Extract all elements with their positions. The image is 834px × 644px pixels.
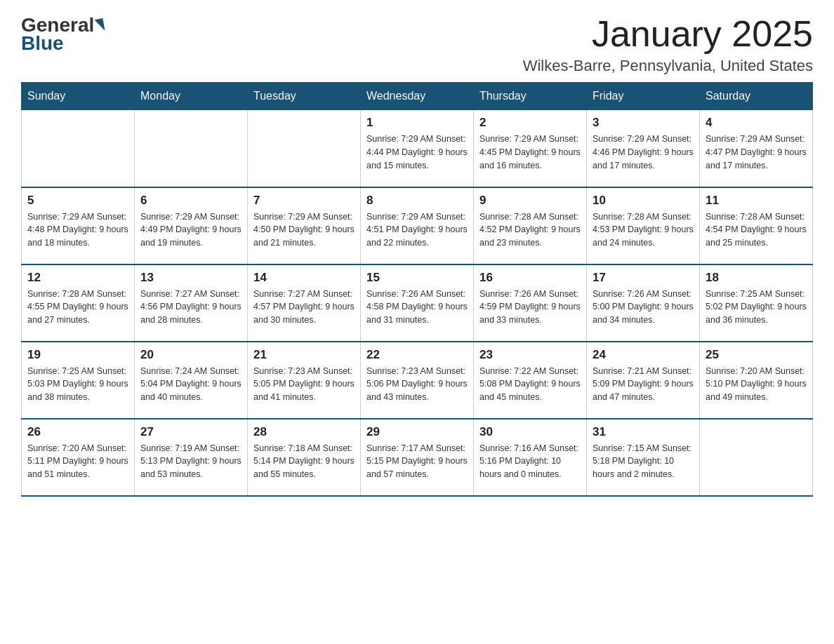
day-number: 13 — [140, 271, 241, 285]
calendar-day-cell: 1Sunrise: 7:29 AM Sunset: 4:44 PM Daylig… — [361, 110, 474, 187]
calendar-day-cell: 23Sunrise: 7:22 AM Sunset: 5:08 PM Dayli… — [474, 342, 587, 419]
title-block: January 2025 Wilkes-Barre, Pennsylvania,… — [523, 14, 813, 75]
day-number: 21 — [253, 348, 355, 362]
day-info: Sunrise: 7:26 AM Sunset: 4:58 PM Dayligh… — [366, 288, 468, 327]
calendar-day-cell: 6Sunrise: 7:29 AM Sunset: 4:49 PM Daylig… — [135, 187, 248, 264]
day-info: Sunrise: 7:29 AM Sunset: 4:51 PM Dayligh… — [366, 210, 468, 250]
day-number: 4 — [706, 116, 807, 130]
page-header: General Blue January 2025 Wilkes-Barre, … — [21, 14, 813, 75]
calendar-day-cell — [700, 419, 813, 496]
calendar-day-cell: 21Sunrise: 7:23 AM Sunset: 5:05 PM Dayli… — [248, 342, 361, 419]
day-number: 26 — [27, 425, 128, 439]
calendar-day-cell: 29Sunrise: 7:17 AM Sunset: 5:15 PM Dayli… — [361, 419, 474, 496]
calendar-week-row: 12Sunrise: 7:28 AM Sunset: 4:55 PM Dayli… — [22, 264, 813, 342]
day-number: 28 — [253, 425, 355, 439]
day-info: Sunrise: 7:17 AM Sunset: 5:15 PM Dayligh… — [366, 442, 468, 481]
day-info: Sunrise: 7:25 AM Sunset: 5:02 PM Dayligh… — [706, 288, 807, 327]
day-number: 16 — [479, 271, 581, 285]
day-of-week-header: Monday — [135, 83, 248, 110]
day-number: 23 — [479, 348, 581, 362]
day-info: Sunrise: 7:24 AM Sunset: 5:04 PM Dayligh… — [140, 365, 241, 404]
day-info: Sunrise: 7:18 AM Sunset: 5:14 PM Dayligh… — [253, 442, 355, 481]
calendar-day-cell: 14Sunrise: 7:27 AM Sunset: 4:57 PM Dayli… — [248, 264, 361, 342]
calendar-day-cell: 25Sunrise: 7:20 AM Sunset: 5:10 PM Dayli… — [700, 342, 813, 419]
day-number: 14 — [253, 271, 355, 285]
calendar-day-cell: 30Sunrise: 7:16 AM Sunset: 5:16 PM Dayli… — [474, 419, 587, 496]
day-info: Sunrise: 7:23 AM Sunset: 5:05 PM Dayligh… — [253, 365, 355, 404]
calendar-day-cell: 2Sunrise: 7:29 AM Sunset: 4:45 PM Daylig… — [474, 110, 587, 187]
calendar-day-cell: 16Sunrise: 7:26 AM Sunset: 4:59 PM Dayli… — [474, 264, 587, 342]
day-info: Sunrise: 7:29 AM Sunset: 4:46 PM Dayligh… — [593, 133, 694, 172]
day-number: 6 — [140, 194, 241, 208]
day-info: Sunrise: 7:16 AM Sunset: 5:16 PM Dayligh… — [479, 442, 581, 481]
day-info: Sunrise: 7:15 AM Sunset: 5:18 PM Dayligh… — [593, 442, 694, 481]
day-info: Sunrise: 7:23 AM Sunset: 5:06 PM Dayligh… — [366, 365, 468, 404]
calendar-day-cell: 18Sunrise: 7:25 AM Sunset: 5:02 PM Dayli… — [700, 264, 813, 342]
day-number: 5 — [27, 194, 128, 208]
day-number: 12 — [27, 271, 128, 285]
calendar-day-cell: 17Sunrise: 7:26 AM Sunset: 5:00 PM Dayli… — [587, 264, 700, 342]
calendar-week-row: 1Sunrise: 7:29 AM Sunset: 4:44 PM Daylig… — [22, 110, 813, 187]
day-info: Sunrise: 7:20 AM Sunset: 5:11 PM Dayligh… — [27, 442, 128, 481]
calendar-table: SundayMondayTuesdayWednesdayThursdayFrid… — [21, 82, 813, 497]
day-number: 7 — [253, 194, 355, 208]
day-info: Sunrise: 7:28 AM Sunset: 4:54 PM Dayligh… — [706, 210, 807, 250]
day-info: Sunrise: 7:29 AM Sunset: 4:44 PM Dayligh… — [366, 133, 468, 172]
month-title: January 2025 — [523, 14, 813, 54]
day-info: Sunrise: 7:27 AM Sunset: 4:56 PM Dayligh… — [140, 288, 241, 327]
day-number: 22 — [366, 348, 468, 362]
day-info: Sunrise: 7:19 AM Sunset: 5:13 PM Dayligh… — [140, 442, 241, 481]
calendar-week-row: 26Sunrise: 7:20 AM Sunset: 5:11 PM Dayli… — [22, 419, 813, 496]
logo-blue-text: Blue — [21, 32, 64, 55]
day-number: 17 — [593, 271, 694, 285]
calendar-day-cell: 11Sunrise: 7:28 AM Sunset: 4:54 PM Dayli… — [700, 187, 813, 264]
day-info: Sunrise: 7:27 AM Sunset: 4:57 PM Dayligh… — [253, 288, 355, 327]
logo: General Blue — [21, 14, 104, 55]
day-number: 9 — [479, 194, 581, 208]
calendar-day-cell: 10Sunrise: 7:28 AM Sunset: 4:53 PM Dayli… — [587, 187, 700, 264]
day-of-week-header: Thursday — [474, 83, 587, 110]
day-number: 31 — [593, 425, 694, 439]
day-info: Sunrise: 7:28 AM Sunset: 4:53 PM Dayligh… — [593, 210, 694, 250]
day-of-week-header: Wednesday — [361, 83, 474, 110]
calendar-day-cell — [135, 110, 248, 187]
day-info: Sunrise: 7:29 AM Sunset: 4:50 PM Dayligh… — [253, 210, 355, 250]
day-info: Sunrise: 7:28 AM Sunset: 4:55 PM Dayligh… — [27, 288, 128, 327]
day-of-week-header: Tuesday — [248, 83, 361, 110]
calendar-day-cell: 26Sunrise: 7:20 AM Sunset: 5:11 PM Dayli… — [22, 419, 135, 496]
calendar-week-row: 5Sunrise: 7:29 AM Sunset: 4:48 PM Daylig… — [22, 187, 813, 264]
day-of-week-header: Sunday — [22, 83, 135, 110]
calendar-day-cell: 24Sunrise: 7:21 AM Sunset: 5:09 PM Dayli… — [587, 342, 700, 419]
calendar-day-cell — [22, 110, 135, 187]
logo-arrow-icon — [95, 18, 105, 32]
day-number: 3 — [593, 116, 694, 130]
calendar-day-cell: 28Sunrise: 7:18 AM Sunset: 5:14 PM Dayli… — [248, 419, 361, 496]
calendar-day-cell: 15Sunrise: 7:26 AM Sunset: 4:58 PM Dayli… — [361, 264, 474, 342]
day-info: Sunrise: 7:28 AM Sunset: 4:52 PM Dayligh… — [479, 210, 581, 250]
day-info: Sunrise: 7:26 AM Sunset: 4:59 PM Dayligh… — [479, 288, 581, 327]
day-number: 20 — [140, 348, 241, 362]
calendar-day-cell: 8Sunrise: 7:29 AM Sunset: 4:51 PM Daylig… — [361, 187, 474, 264]
calendar-day-cell: 9Sunrise: 7:28 AM Sunset: 4:52 PM Daylig… — [474, 187, 587, 264]
location-title: Wilkes-Barre, Pennsylvania, United State… — [523, 57, 813, 75]
day-number: 2 — [479, 116, 581, 130]
day-of-week-header: Friday — [587, 83, 700, 110]
calendar-day-cell: 27Sunrise: 7:19 AM Sunset: 5:13 PM Dayli… — [135, 419, 248, 496]
day-of-week-header: Saturday — [700, 83, 813, 110]
calendar-day-cell: 12Sunrise: 7:28 AM Sunset: 4:55 PM Dayli… — [22, 264, 135, 342]
day-number: 8 — [366, 194, 468, 208]
day-number: 18 — [706, 271, 807, 285]
day-number: 19 — [27, 348, 128, 362]
day-number: 15 — [366, 271, 468, 285]
calendar-day-cell: 20Sunrise: 7:24 AM Sunset: 5:04 PM Dayli… — [135, 342, 248, 419]
day-info: Sunrise: 7:29 AM Sunset: 4:49 PM Dayligh… — [140, 210, 241, 250]
calendar-day-cell: 7Sunrise: 7:29 AM Sunset: 4:50 PM Daylig… — [248, 187, 361, 264]
day-info: Sunrise: 7:20 AM Sunset: 5:10 PM Dayligh… — [706, 365, 807, 404]
day-info: Sunrise: 7:21 AM Sunset: 5:09 PM Dayligh… — [593, 365, 694, 404]
day-number: 27 — [140, 425, 241, 439]
day-number: 24 — [593, 348, 694, 362]
calendar-day-cell: 4Sunrise: 7:29 AM Sunset: 4:47 PM Daylig… — [700, 110, 813, 187]
calendar-day-cell — [248, 110, 361, 187]
calendar-day-cell: 31Sunrise: 7:15 AM Sunset: 5:18 PM Dayli… — [587, 419, 700, 496]
calendar-day-cell: 22Sunrise: 7:23 AM Sunset: 5:06 PM Dayli… — [361, 342, 474, 419]
